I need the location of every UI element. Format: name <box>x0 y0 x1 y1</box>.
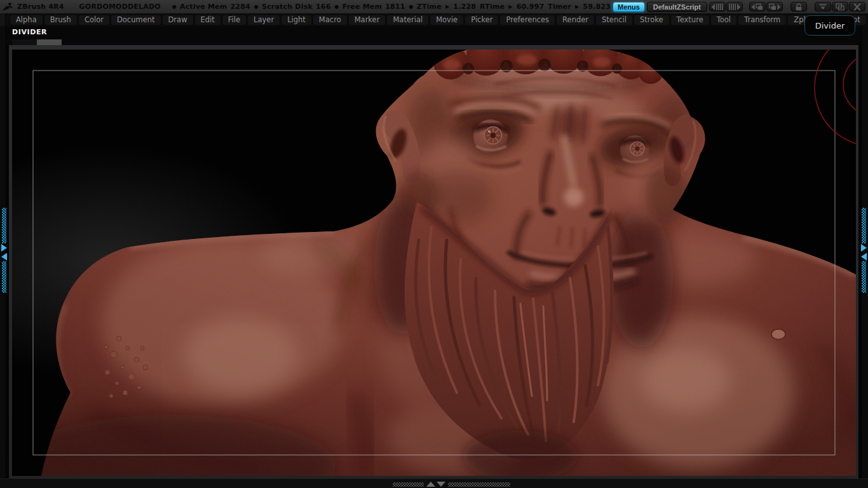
menu-item-brush[interactable]: Brush <box>44 15 77 25</box>
menu-item-transform[interactable]: Transform <box>738 15 786 25</box>
bottom-scrollbar-track-right[interactable] <box>448 482 510 487</box>
menu-bar: Alpha Brush Color Document Draw Edit Fil… <box>0 13 868 27</box>
arrow-icon: ▶ <box>575 4 579 10</box>
triangle-down-icon[interactable] <box>437 482 445 487</box>
sculpt-viewport-art <box>12 50 856 476</box>
lock-button[interactable] <box>790 2 807 11</box>
document-canvas[interactable] <box>12 50 856 476</box>
move-right-icon <box>768 3 781 11</box>
left-scrollbar-track-top[interactable] <box>2 208 6 243</box>
menu-item-marker[interactable]: Marker <box>349 15 386 25</box>
stat-free-mem: ● Free Mem 1811 <box>335 3 405 11</box>
stat-ztime: ● ZTime▶1.228 <box>409 3 477 11</box>
divider-slider-track <box>12 39 37 45</box>
stat-scratch-disk: ● Scratch Disk 166 <box>254 3 331 11</box>
triangle-right-icon[interactable] <box>861 244 867 252</box>
bottom-bar <box>0 478 868 488</box>
arrow-icon: ▶ <box>445 4 449 10</box>
menu-items: Alpha Brush Color Document Draw Edit Fil… <box>10 15 868 25</box>
sculpt-shading <box>12 50 856 476</box>
left-scrollbar-track-bottom[interactable] <box>2 261 6 293</box>
move-right-button[interactable] <box>766 2 783 11</box>
bottom-scrollbar <box>393 482 510 487</box>
menus-button[interactable]: Menus <box>613 2 645 12</box>
stat-active-mem: ● Active Mem 2284 <box>172 3 250 11</box>
restore-button[interactable] <box>832 2 848 11</box>
lock-icon <box>794 3 804 11</box>
app-title: ZBrush 4R4 <box>17 3 64 11</box>
bullet-icon: ● <box>409 4 414 10</box>
default-zscript-button[interactable]: DefaultZScript <box>647 2 707 12</box>
stat-timer: Timer▶59.823 <box>548 3 611 11</box>
scroll-right-button[interactable] <box>726 2 743 11</box>
scroll-right-icon <box>728 3 741 11</box>
title-bar: ZBrush 4R4 GORDOMODDELADO ● Active Mem 2… <box>0 0 868 14</box>
bullet-icon: ● <box>335 4 339 10</box>
divider-slider-handle[interactable] <box>37 39 62 45</box>
minimize-button[interactable] <box>815 2 831 11</box>
move-left-button[interactable] <box>749 2 766 11</box>
restore-icon <box>835 3 845 11</box>
menu-item-stencil[interactable]: Stencil <box>596 15 632 25</box>
menu-item-movie[interactable]: Movie <box>430 15 463 25</box>
bullet-icon: ● <box>172 4 177 10</box>
left-scrollbar <box>1 208 6 293</box>
menu-item-macro[interactable]: Macro <box>313 15 347 25</box>
right-scrollbar-track-bottom[interactable] <box>862 261 866 293</box>
menu-item-stroke[interactable]: Stroke <box>634 15 669 25</box>
menu-item-preferences[interactable]: Preferences <box>500 15 555 25</box>
menu-item-edit[interactable]: Edit <box>195 15 220 25</box>
title-bar-controls: Menus DefaultZScript <box>613 2 865 12</box>
scroll-left-button[interactable] <box>709 2 726 11</box>
divider-slider[interactable] <box>12 39 62 45</box>
menu-item-material[interactable]: Material <box>387 15 428 25</box>
divider-button[interactable]: Divider <box>804 15 855 36</box>
document-name: GORDOMODDELADO <box>79 3 161 11</box>
move-left-icon <box>751 3 764 11</box>
menu-item-render[interactable]: Render <box>557 15 594 25</box>
menu-item-picker[interactable]: Picker <box>465 15 498 25</box>
close-icon <box>853 3 862 11</box>
divider-panel: DIVIDER <box>0 26 868 45</box>
triangle-left-icon[interactable] <box>1 253 7 261</box>
menu-item-texture[interactable]: Texture <box>671 15 709 25</box>
menu-item-color[interactable]: Color <box>79 15 109 25</box>
menu-item-draw[interactable]: Draw <box>163 15 193 25</box>
divider-panel-title: DIVIDER <box>12 28 47 36</box>
right-scrollbar-track-top[interactable] <box>862 208 866 243</box>
skin-noise <box>12 50 856 476</box>
bullet-icon: ● <box>254 4 259 10</box>
triangle-up-icon[interactable] <box>426 482 435 487</box>
menu-item-document[interactable]: Document <box>111 15 161 25</box>
zbrush-window: ZBrush 4R4 GORDOMODDELADO ● Active Mem 2… <box>0 0 868 488</box>
menu-item-file[interactable]: File <box>222 15 246 25</box>
close-button[interactable] <box>849 2 865 11</box>
bottom-scrollbar-track-left[interactable] <box>393 482 424 487</box>
menu-item-tool[interactable]: Tool <box>711 15 736 25</box>
right-scrollbar <box>861 208 866 293</box>
canvas-border <box>9 45 858 478</box>
left-tray-handle[interactable] <box>0 13 6 26</box>
menu-item-light[interactable]: Light <box>281 15 311 25</box>
triangle-right-icon[interactable] <box>1 244 7 252</box>
triangle-left-icon[interactable] <box>861 253 867 261</box>
zbrush-logo-icon <box>2 2 13 12</box>
menu-item-layer[interactable]: Layer <box>248 15 280 25</box>
arrow-icon: ▶ <box>508 4 512 10</box>
memory-stats: ● Active Mem 2284 ● Scratch Disk 166 ● F… <box>172 3 611 11</box>
minimize-icon <box>818 3 828 11</box>
stat-rtime: RTime▶60.997 <box>480 3 544 11</box>
scroll-left-icon <box>711 3 724 11</box>
menu-item-alpha[interactable]: Alpha <box>10 15 43 25</box>
